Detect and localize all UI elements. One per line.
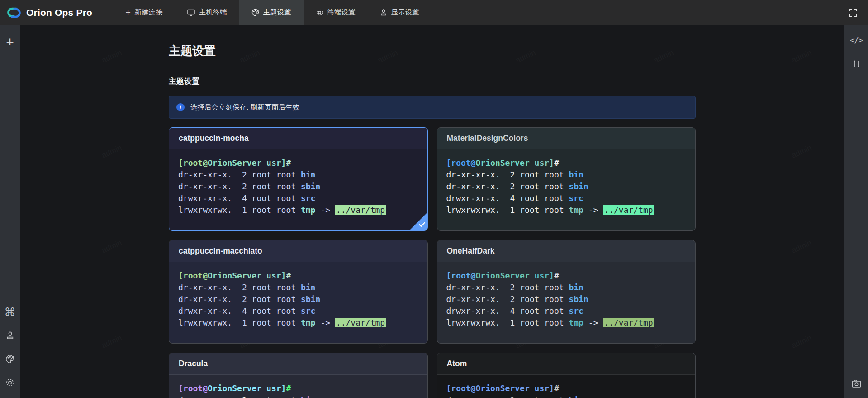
- terminal-preview: [root@OrionServer usr]#dr-xr-xr-x. 2 roo…: [437, 262, 696, 343]
- app-title: Orion Ops Pro: [26, 7, 92, 18]
- terminal-line: dr-xr-xr-x. 2 root root sbin: [178, 181, 418, 192]
- gear-icon: [316, 9, 323, 16]
- terminal-text: #: [554, 158, 559, 168]
- top-bar: Orion Ops Pro + 新建连接 主机终端 主题设置: [0, 0, 868, 25]
- section-title: 主题设置: [169, 76, 696, 86]
- theme-card-title: catppuccin-mocha: [169, 128, 427, 149]
- main-content: adminadminadminadminadminadminadminadmin…: [20, 25, 844, 398]
- watermark-text: admin: [100, 238, 123, 255]
- terminal-text: bin: [569, 170, 583, 179]
- gear-icon[interactable]: [2, 374, 18, 392]
- terminal-text: sbin: [301, 294, 320, 304]
- watermark-text: admin: [790, 333, 813, 350]
- terminal-preview: [root@OrionServer usr]#dr-xr-xr-x. 2 roo…: [437, 375, 696, 398]
- tab-terminal-settings[interactable]: 终端设置: [304, 0, 368, 25]
- tab-host-terminal[interactable]: 主机终端: [175, 0, 239, 25]
- terminal-line: dr-xr-xr-x. 2 root root sbin: [446, 181, 687, 192]
- terminal-text: drwxr-xr-x. 4 root root: [178, 193, 301, 203]
- sort-icon[interactable]: [849, 55, 864, 73]
- theme-card[interactable]: Dracula [root@OrionServer usr]#dr-xr-xr-…: [169, 353, 428, 398]
- stamp-icon: [380, 9, 387, 16]
- tab-label: 主题设置: [263, 8, 291, 17]
- watermark-text: admin: [100, 48, 123, 65]
- watermark-text: admin: [790, 48, 813, 65]
- terminal-prompt-line: [root@OrionServer usr]#: [446, 270, 687, 282]
- command-icon[interactable]: ⌘: [2, 303, 18, 321]
- alert-text: 选择后会立刻保存, 刷新页面后生效: [190, 103, 299, 112]
- terminal-text: [root@: [178, 158, 208, 168]
- terminal-text: tmp: [569, 318, 583, 327]
- camera-icon[interactable]: [849, 374, 864, 393]
- terminal-prompt-line: [root@OrionServer usr]#: [178, 270, 418, 282]
- tab-theme-settings[interactable]: 主题设置: [239, 0, 304, 25]
- terminal-text: bin: [301, 283, 316, 292]
- terminal-text: #: [286, 271, 291, 280]
- tab-new-connection[interactable]: + 新建连接: [113, 0, 175, 25]
- terminal-text: lrwxrwxrwx. 1 root root: [446, 205, 569, 215]
- terminal-text: src: [569, 306, 583, 316]
- palette-icon[interactable]: [2, 350, 18, 368]
- symlink-target: ../var/tmp: [603, 205, 654, 215]
- terminal-text: sbin: [569, 294, 588, 304]
- terminal-text: dr-xr-xr-x. 2 root root: [446, 294, 569, 304]
- terminal-line: dr-xr-xr-x. 2 root root bin: [446, 282, 687, 293]
- theme-card[interactable]: OneHalfDark [root@OrionServer usr]#dr-xr…: [437, 240, 696, 344]
- plus-icon[interactable]: +: [2, 33, 18, 51]
- page-title: 主题设置: [169, 43, 696, 59]
- terminal-text: src: [301, 193, 316, 203]
- theme-card[interactable]: catppuccin-mocha [root@OrionServer usr]#…: [169, 127, 428, 231]
- code-icon[interactable]: </>: [849, 31, 864, 49]
- terminal-text: sbin: [301, 182, 320, 191]
- terminal-text: #: [286, 158, 291, 168]
- terminal-prompt-line: [root@OrionServer usr]#: [178, 383, 418, 394]
- terminal-line: dr-xr-xr-x. 2 root root bin: [446, 169, 687, 181]
- terminal-text: bin: [569, 283, 583, 292]
- terminal-text: [root@: [178, 271, 208, 280]
- terminal-text: bin: [301, 395, 316, 398]
- terminal-line: lrwxrwxrwx. 1 root root tmp -> ../var/tm…: [178, 317, 418, 329]
- terminal-line: dr-xr-xr-x. 2 root root sbin: [178, 293, 418, 305]
- fullscreen-icon[interactable]: [845, 4, 861, 22]
- terminal-text: src: [569, 193, 583, 203]
- monitor-icon: [187, 9, 195, 16]
- theme-card[interactable]: Atom [root@OrionServer usr]#dr-xr-xr-x. …: [437, 353, 696, 398]
- terminal-text: dr-xr-xr-x. 2 root root: [178, 170, 301, 179]
- terminal-text: src: [301, 306, 316, 316]
- terminal-line: lrwxrwxrwx. 1 root root tmp -> ../var/tm…: [178, 204, 418, 216]
- theme-card-title: Dracula: [169, 353, 427, 375]
- theme-card-title: OneHalfDark: [437, 240, 696, 262]
- terminal-text: [root@: [446, 384, 476, 393]
- terminal-text: OrionServer: [208, 271, 261, 280]
- symlink-target: ../var/tmp: [335, 318, 386, 327]
- terminal-text: [root@: [178, 384, 208, 393]
- terminal-text: dr-xr-xr-x. 2 root root: [446, 182, 569, 191]
- terminal-text: dr-xr-xr-x. 2 root root: [446, 283, 569, 292]
- terminal-text: dr-xr-xr-x. 2 root root: [446, 395, 569, 398]
- terminal-preview: [root@OrionServer usr]#dr-xr-xr-x. 2 roo…: [169, 375, 427, 398]
- selected-check-icon: [418, 221, 426, 229]
- terminal-text: usr]: [530, 384, 554, 393]
- theme-card-title: MaterialDesignColors: [437, 128, 696, 149]
- theme-card[interactable]: catppuccin-macchiato [root@OrionServer u…: [169, 240, 428, 344]
- terminal-text: dr-xr-xr-x. 2 root root: [178, 294, 301, 304]
- terminal-text: drwxr-xr-x. 4 root root: [178, 306, 301, 316]
- top-tabs: + 新建连接 主机终端 主题设置: [113, 0, 432, 25]
- terminal-text: OrionServer: [208, 384, 261, 393]
- terminal-line: lrwxrwxrwx. 1 root root tmp -> ../var/tm…: [446, 317, 687, 329]
- terminal-text: drwxr-xr-x. 4 root root: [446, 306, 569, 316]
- terminal-text: dr-xr-xr-x. 2 root root: [178, 283, 301, 292]
- info-alert: i 选择后会立刻保存, 刷新页面后生效: [169, 96, 696, 119]
- terminal-text: usr]: [261, 158, 286, 168]
- terminal-text: ->: [315, 205, 335, 215]
- terminal-prompt-line: [root@OrionServer usr]#: [446, 157, 687, 169]
- theme-card-title: catppuccin-macchiato: [169, 240, 427, 262]
- terminal-text: #: [554, 384, 559, 393]
- info-icon: i: [176, 103, 185, 111]
- watermark-text: admin: [790, 143, 813, 160]
- terminal-text: tmp: [569, 205, 583, 215]
- terminal-text: ->: [315, 318, 335, 327]
- tab-display-settings[interactable]: 显示设置: [368, 0, 432, 25]
- theme-card[interactable]: MaterialDesignColors [root@OrionServer u…: [437, 127, 696, 231]
- terminal-text: lrwxrwxrwx. 1 root root: [446, 318, 569, 327]
- stamp-icon[interactable]: [2, 326, 18, 345]
